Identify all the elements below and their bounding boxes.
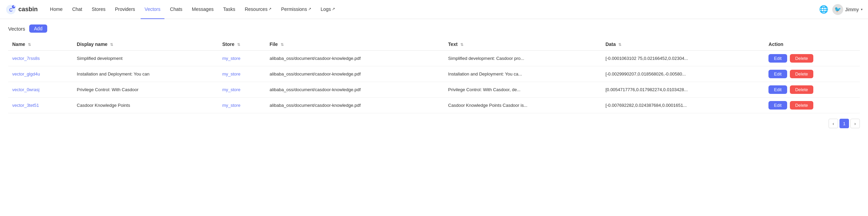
nav-item-vectors[interactable]: Vectors [141,0,165,19]
cell-name: vector_0wrasj [8,82,73,98]
cell-store: my_store [218,98,265,113]
edit-button[interactable]: Edit [768,101,787,110]
cell-file: alibaba_oss/document/casdoor-knowledge.p… [266,66,444,82]
globe-icon[interactable]: 🌐 [819,5,828,14]
sort-icon[interactable]: ⇅ [460,43,463,47]
store-link[interactable]: my_store [222,56,240,61]
cell-store: my_store [218,51,265,66]
cell-action: Edit Delete [764,66,860,82]
cell-action: Edit Delete [764,51,860,66]
cell-name: vector_glgd4u [8,66,73,82]
col-action: Action [764,38,860,51]
store-link[interactable]: my_store [222,87,240,92]
vector-name-link[interactable]: vector_glgd4u [12,71,40,77]
cell-file: alibaba_oss/document/casdoor-knowledge.p… [266,82,444,98]
cell-display-name: Casdoor Knowledge Points [73,98,218,113]
cell-store: my_store [218,82,265,98]
cell-text: Simplified development: Casdoor pro... [444,51,601,66]
table-row: vector_3tet51 Casdoor Knowledge Points m… [8,98,860,113]
store-link[interactable]: my_store [222,71,240,77]
user-name: Jimmy [845,7,859,12]
logo-icon: C [5,4,16,15]
action-buttons: Edit Delete [768,54,856,63]
col-display-name: Display name ⇅ [73,38,218,51]
nav-item-chat[interactable]: Chat [68,0,86,19]
cell-display-name: Privilege Control: With Casdoor [73,82,218,98]
chevron-down-icon: ▾ [861,7,863,11]
nav-links: Home Chat Stores Providers Vectors Chats… [46,0,819,19]
nav-item-permissions[interactable]: Permissions↗ [277,0,315,19]
page-1-button[interactable]: 1 [839,119,849,128]
cell-text: Installation and Deployment: You ca... [444,66,601,82]
sort-icon[interactable]: ⇅ [281,43,284,47]
avatar: 🐦 [832,4,843,15]
cell-data: [-0.0001063102 75,0.02166452,0.02304... [601,51,764,66]
vector-name-link[interactable]: vector_7rss8s [12,56,40,61]
page-content: Vectors Add Name ⇅ Display name ⇅ Store … [0,19,868,134]
prev-page-button[interactable]: ‹ [829,119,838,128]
action-buttons: Edit Delete [768,85,856,94]
col-file: File ⇅ [266,38,444,51]
table-body: vector_7rss8s Simplified development my_… [8,51,860,113]
svg-point-3 [14,5,15,7]
user-menu[interactable]: 🐦 Jimmy ▾ [832,4,863,15]
table-row: vector_glgd4u Installation and Deploymen… [8,66,860,82]
cell-display-name: Installation and Deployment: You can [73,66,218,82]
delete-button[interactable]: Delete [790,54,814,63]
nav-item-messages[interactable]: Messages [188,0,218,19]
vector-name-link[interactable]: vector_0wrasj [12,87,39,92]
sort-icon[interactable]: ⇅ [618,43,621,47]
store-link[interactable]: my_store [222,103,240,108]
col-store: Store ⇅ [218,38,265,51]
cell-action: Edit Delete [764,98,860,113]
sort-icon[interactable]: ⇅ [237,43,240,47]
page-header: Vectors Add [8,24,860,33]
external-link-icon: ↗ [268,7,271,11]
edit-button[interactable]: Edit [768,85,787,94]
delete-button[interactable]: Delete [790,70,814,78]
navbar: C casbin Home Chat Stores Providers Vect… [0,0,868,19]
nav-item-providers[interactable]: Providers [111,0,139,19]
edit-button[interactable]: Edit [768,70,787,78]
cell-file: alibaba_oss/document/casdoor-knowledge.p… [266,51,444,66]
table-header-row: Name ⇅ Display name ⇅ Store ⇅ File ⇅ Tex… [8,38,860,51]
nav-item-resources[interactable]: Resources↗ [241,0,276,19]
external-link-icon: ↗ [308,7,311,11]
nav-item-stores[interactable]: Stores [88,0,109,19]
cell-display-name: Simplified development [73,51,218,66]
cell-store: my_store [218,66,265,82]
nav-item-tasks[interactable]: Tasks [219,0,240,19]
cell-action: Edit Delete [764,82,860,98]
action-buttons: Edit Delete [768,101,856,110]
vector-name-link[interactable]: vector_3tet51 [12,103,39,108]
next-page-button[interactable]: › [850,119,860,128]
cell-file: alibaba_oss/document/casdoor-knowledge.p… [266,98,444,113]
vectors-table: Name ⇅ Display name ⇅ Store ⇅ File ⇅ Tex… [8,38,860,113]
edit-button[interactable]: Edit [768,54,787,63]
action-buttons: Edit Delete [768,70,856,78]
add-button[interactable]: Add [29,24,47,33]
pagination: ‹ 1 › [8,119,860,128]
table-head: Name ⇅ Display name ⇅ Store ⇅ File ⇅ Tex… [8,38,860,51]
delete-button[interactable]: Delete [790,85,814,94]
col-name: Name ⇅ [8,38,73,51]
nav-item-home[interactable]: Home [46,0,67,19]
nav-item-chats[interactable]: Chats [166,0,187,19]
col-text: Text ⇅ [444,38,601,51]
logo[interactable]: C casbin [5,4,38,15]
sort-icon[interactable]: ⇅ [110,43,113,47]
svg-text:C: C [9,7,13,13]
table-row: vector_7rss8s Simplified development my_… [8,51,860,66]
cell-text: Privilege Control: With Casdoor, de... [444,82,601,98]
page-title: Vectors [8,26,25,32]
cell-data: [-0.007692282,0.024387684,0.0001651... [601,98,764,113]
delete-button[interactable]: Delete [790,101,814,110]
nav-item-logs[interactable]: Logs↗ [317,0,339,19]
col-data: Data ⇅ [601,38,764,51]
svg-point-2 [12,5,15,9]
cell-data: [-0.0029990207,0.018568026,-0.00580... [601,66,764,82]
cell-data: [0.0054717776,0.017982274,0.0103428... [601,82,764,98]
sort-icon[interactable]: ⇅ [28,43,31,47]
table-row: vector_0wrasj Privilege Control: With Ca… [8,82,860,98]
external-link-icon: ↗ [332,7,335,11]
